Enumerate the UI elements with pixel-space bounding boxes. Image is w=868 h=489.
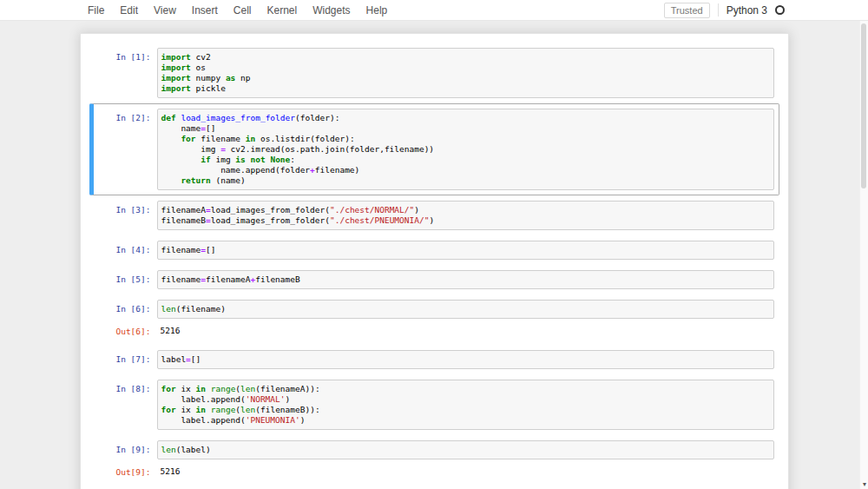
header-divider xyxy=(718,3,719,17)
code-editor[interactable]: len(filename) xyxy=(157,300,774,319)
notebook-site: In [1]:import cv2import osimport numpy a… xyxy=(0,21,868,489)
code-editor[interactable]: filename=[] xyxy=(157,241,774,260)
scrollbar-down-arrow[interactable]: ▾ xyxy=(860,481,868,488)
input-prompt: In [4]: xyxy=(98,241,157,260)
code-editor[interactable]: import cv2import osimport numpy as npimp… xyxy=(157,48,774,98)
menu-help[interactable]: Help xyxy=(358,3,396,18)
menubar: File Edit View Insert Cell Kernel Widget… xyxy=(0,0,868,21)
menu-edit[interactable]: Edit xyxy=(112,3,146,18)
input-prompt: In [1]: xyxy=(98,48,157,98)
menu-file[interactable]: File xyxy=(80,3,112,18)
menu-view[interactable]: View xyxy=(146,3,184,18)
code-editor[interactable]: for ix in range(len(filenameA)): label.a… xyxy=(157,380,774,430)
code-cell[interactable]: In [2]:def load_images_from_folder(folde… xyxy=(89,103,779,195)
output-prompt: Out[6]: xyxy=(98,322,157,340)
input-prompt: In [2]: xyxy=(98,109,157,190)
code-editor[interactable]: filenameA=load_images_from_folder("./che… xyxy=(157,201,774,230)
code-cell[interactable]: In [4]:filename=[] xyxy=(89,235,779,265)
output-prompt: Out[9]: xyxy=(98,463,157,480)
code-editor[interactable]: label=[] xyxy=(157,350,774,369)
kernel-idle-icon xyxy=(775,5,785,15)
code-cell[interactable]: In [8]:for ix in range(len(filenameA)): … xyxy=(89,374,779,435)
code-cell[interactable]: In [1]:import cv2import osimport numpy a… xyxy=(89,43,779,103)
menu-widgets[interactable]: Widgets xyxy=(305,3,358,18)
input-prompt: In [8]: xyxy=(98,380,157,430)
code-cell[interactable]: In [6]:len(filename)Out[6]:5216 xyxy=(89,294,779,345)
menu-cell[interactable]: Cell xyxy=(226,3,260,18)
output-text: 5216 xyxy=(157,322,774,340)
scrollbar-thumb[interactable] xyxy=(861,23,866,188)
code-cell[interactable]: In [3]:filenameA=load_images_from_folder… xyxy=(89,195,779,235)
notebook-container: In [1]:import cv2import osimport numpy a… xyxy=(80,33,789,489)
trusted-badge: Trusted xyxy=(664,3,710,18)
vertical-scrollbar[interactable]: ▾ xyxy=(859,21,868,489)
menu-kernel[interactable]: Kernel xyxy=(260,3,306,18)
input-prompt: In [7]: xyxy=(98,350,157,369)
code-editor[interactable]: len(label) xyxy=(157,440,774,459)
input-prompt: In [9]: xyxy=(98,440,157,459)
code-cell[interactable]: In [9]:len(label)Out[9]:5216 xyxy=(89,435,779,486)
output-text: 5216 xyxy=(157,463,774,480)
menu-insert[interactable]: Insert xyxy=(184,3,226,18)
input-prompt: In [6]: xyxy=(98,300,157,319)
code-cell[interactable]: In [7]:label=[] xyxy=(89,345,779,374)
code-cell[interactable]: In [5]:filename=filenameA+filenameB xyxy=(89,265,779,294)
input-prompt: In [3]: xyxy=(98,201,157,230)
code-editor[interactable]: def load_images_from_folder(folder): nam… xyxy=(157,109,774,190)
kernel-name-label: Python 3 xyxy=(727,4,767,17)
menu-list: File Edit View Insert Cell Kernel Widget… xyxy=(80,3,395,18)
input-prompt: In [5]: xyxy=(98,270,157,289)
notebook-cells: In [1]:import cv2import osimport numpy a… xyxy=(89,43,779,489)
code-editor[interactable]: filename=filenameA+filenameB xyxy=(157,270,774,289)
notification-area: Trusted Python 3 xyxy=(664,3,785,18)
code-cell[interactable]: In [10]:filename=np.asarray(filename).re… xyxy=(89,486,779,489)
